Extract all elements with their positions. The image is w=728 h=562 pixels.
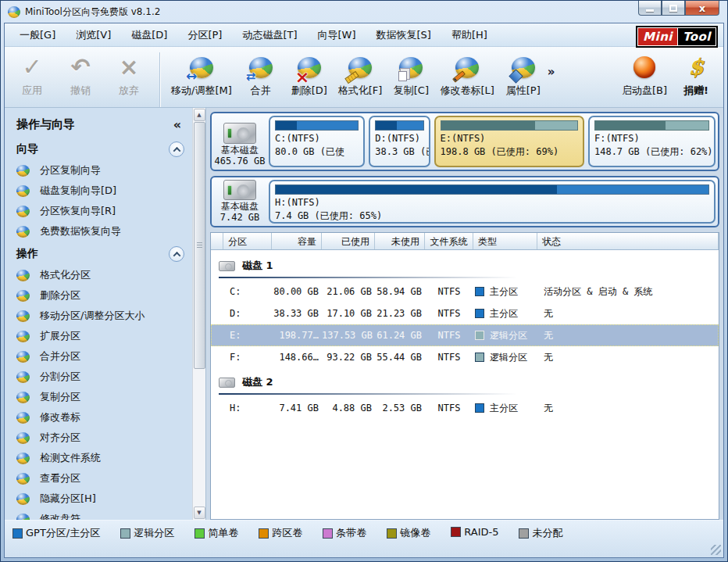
- undo-label: 撤销: [70, 84, 91, 98]
- menu-view[interactable]: 浏览[V]: [66, 24, 121, 46]
- partition-h[interactable]: H:(NTFS) 7.4 GB (已使用: 65%): [269, 180, 716, 224]
- sidebar-item-merge-partition[interactable]: 合并分区: [16, 346, 191, 367]
- scroll-up-button[interactable]: ▲: [194, 109, 205, 121]
- sidebar-item-check-file-system[interactable]: 检测文件系统: [16, 448, 191, 468]
- delete-button[interactable]: 删除[D]: [285, 52, 334, 98]
- header-indicator: [211, 233, 223, 249]
- usage-bar: [594, 120, 709, 131]
- sidebar-item-extend-partition[interactable]: 扩展分区: [16, 326, 191, 346]
- header-filesystem[interactable]: 文件系统: [425, 233, 473, 249]
- sidebar-item-label: 免费数据恢复向导: [40, 224, 121, 238]
- sidebar-item-copy-partition-wizard[interactable]: 分区复制向导: [16, 160, 191, 181]
- cell-unused: 21.23 GB: [375, 308, 425, 319]
- copy-button[interactable]: 复制[C]: [387, 52, 435, 98]
- restore-button[interactable]: [662, 1, 685, 16]
- move-resize-button[interactable]: 移动/调整[M]: [166, 52, 237, 98]
- set-label-button[interactable]: 修改卷标[L]: [435, 52, 498, 98]
- table-row-c[interactable]: C: 80.00 GB 21.06 GB 58.94 GB NTFS 主分区 活…: [211, 281, 719, 302]
- toolbar-overflow-chevron[interactable]: »: [548, 52, 558, 79]
- sidebar-scrollbar[interactable]: ▲ ▼: [192, 108, 205, 520]
- header-unused[interactable]: 未使用: [375, 233, 425, 249]
- table-row-e-selected[interactable]: E: 198.77… 137.53 GB 61.24 GB NTFS 逻辑分区 …: [211, 324, 719, 346]
- minimize-button[interactable]: [638, 1, 662, 16]
- table-row-f[interactable]: F: 148.66… 93.22 GB 55.44 GB NTFS 逻辑分区 无: [211, 346, 719, 368]
- boot-disk-icon: [627, 52, 662, 82]
- menu-partition[interactable]: 分区[P]: [177, 24, 232, 46]
- legend-color-icon: [259, 528, 269, 539]
- partition-table: 分区 容量 已使用 未使用 文件系统 类型 状态 磁盘 1: [210, 232, 719, 520]
- header-partition[interactable]: 分区: [223, 233, 272, 249]
- sidebar-item-format-partition[interactable]: 格式化分区: [16, 265, 191, 285]
- table-row-d[interactable]: D: 38.33 GB 17.10 GB 21.23 GB NTFS 主分区 无: [211, 302, 719, 324]
- disk2-info[interactable]: 基本磁盘 7.42 GB: [214, 180, 266, 224]
- sidebar-item-copy-partition[interactable]: 复制分区: [16, 387, 191, 407]
- discard-button[interactable]: × 放弃: [105, 52, 153, 98]
- menu-help[interactable]: 帮助[H]: [441, 24, 498, 46]
- cell-capacity: 7.41 GB: [272, 403, 322, 413]
- legend-spanned-volume: 跨区卷: [259, 526, 302, 540]
- format-partition-icon: [16, 270, 30, 281]
- merge-button[interactable]: 合并: [237, 52, 285, 98]
- sidebar-item-set-label[interactable]: 修改卷标: [16, 407, 191, 428]
- header-used[interactable]: 已使用: [322, 233, 375, 249]
- apply-button[interactable]: ✓ 应用: [8, 52, 56, 98]
- partition-c[interactable]: C:(NTFS) 80.0 GB (已使: [269, 116, 365, 167]
- properties-button[interactable]: 属性[P]: [499, 52, 548, 98]
- partition-type-color-icon: [475, 309, 484, 318]
- header-type[interactable]: 类型: [473, 233, 537, 249]
- section-wizards-header: 向导: [16, 141, 191, 157]
- sidebar-item-delete-partition[interactable]: 删除分区: [16, 285, 191, 306]
- donate-button[interactable]: $ 捐赠!: [672, 52, 720, 98]
- menu-dynamic-disk[interactable]: 动态磁盘[T]: [232, 24, 307, 46]
- partition-e-selected[interactable]: E:(NTFS) 198.8 GB (已使用: 69%): [434, 116, 584, 167]
- partition-type-color-icon: [475, 331, 484, 340]
- close-button[interactable]: x: [685, 1, 719, 16]
- legend-color-icon: [12, 528, 23, 539]
- boot-disk-button[interactable]: 启动盘[B]: [617, 52, 672, 98]
- partition-d[interactable]: D:(NTFS) 38.3 GB (已: [369, 116, 430, 167]
- resize-grip[interactable]: [711, 545, 721, 555]
- cell-used: 17.10 GB: [322, 308, 375, 319]
- group-divider: [219, 277, 517, 278]
- sidebar-collapse-chevron[interactable]: «: [173, 117, 181, 132]
- delete-icon: [292, 52, 327, 82]
- properties-label: 属性[P]: [506, 84, 541, 98]
- cell-unused: 61.24 GB: [375, 330, 425, 341]
- sidebar-item-hide-partition[interactable]: 隐藏分区[H]: [16, 489, 191, 509]
- scroll-down-button[interactable]: ▼: [194, 507, 205, 519]
- sidebar-item-change-drive-letter[interactable]: 修改盘符: [16, 509, 191, 520]
- menu-wizard[interactable]: 向导[W]: [308, 24, 366, 46]
- main-panel: 基本磁盘 465.76 GB C:(NTFS) 80.0 GB (已使 D:(N…: [206, 108, 723, 520]
- sidebar-item-partition-recovery-wizard[interactable]: 分区恢复向导[R]: [16, 201, 191, 221]
- scrollbar-thumb[interactable]: [194, 122, 205, 369]
- disk2-group-label: 磁盘 2: [242, 375, 273, 389]
- undo-button[interactable]: ↶ 撤销: [56, 52, 105, 98]
- section-operations-toggle[interactable]: [169, 246, 184, 262]
- header-status[interactable]: 状态: [537, 233, 719, 249]
- sidebar-item-explore-partition[interactable]: 查看分区: [16, 468, 191, 489]
- menu-disk[interactable]: 磁盘[D]: [121, 24, 177, 46]
- sidebar-item-split-partition[interactable]: 分割分区: [16, 367, 191, 387]
- partition-type-label: 主分区: [490, 307, 518, 320]
- sidebar-item-align-partition[interactable]: 对齐分区: [16, 428, 191, 448]
- table-row-h[interactable]: H: 7.41 GB 4.88 GB 2.53 GB NTFS 主分区 无: [211, 397, 719, 419]
- section-wizards-toggle[interactable]: [169, 141, 184, 157]
- discard-x-icon: ×: [112, 52, 146, 82]
- section-wizards-title: 向导: [16, 142, 38, 156]
- apply-check-icon: ✓: [15, 52, 49, 82]
- cell-filesystem: NTFS: [425, 330, 473, 341]
- partition-f[interactable]: F:(NTFS) 148.7 GB (已使用: 62%): [588, 116, 716, 167]
- sidebar-item-free-data-recovery-wizard[interactable]: 免费数据恢复向导: [16, 221, 191, 242]
- menu-data-recovery[interactable]: 数据恢复[S]: [366, 24, 441, 46]
- menu-general[interactable]: 一般[G]: [9, 24, 66, 46]
- client-area: 一般[G] 浏览[V] 磁盘[D] 分区[P] 动态磁盘[T] 向导[W] 数据…: [4, 23, 724, 558]
- partition-info: 80.0 GB (已使: [275, 145, 359, 159]
- header-capacity[interactable]: 容量: [272, 233, 322, 249]
- sidebar-item-copy-disk-wizard[interactable]: 磁盘复制向导[D]: [16, 181, 191, 201]
- format-button[interactable]: 格式化[F]: [334, 52, 387, 98]
- disk2-size: 7.42 GB: [220, 212, 260, 223]
- disk1-info[interactable]: 基本磁盘 465.76 GB: [214, 116, 266, 167]
- partition-type-label: 主分区: [490, 402, 518, 415]
- hdd-small-icon: [219, 378, 235, 388]
- sidebar-item-move-resize-partition[interactable]: 移动分区/调整分区大小: [16, 306, 191, 326]
